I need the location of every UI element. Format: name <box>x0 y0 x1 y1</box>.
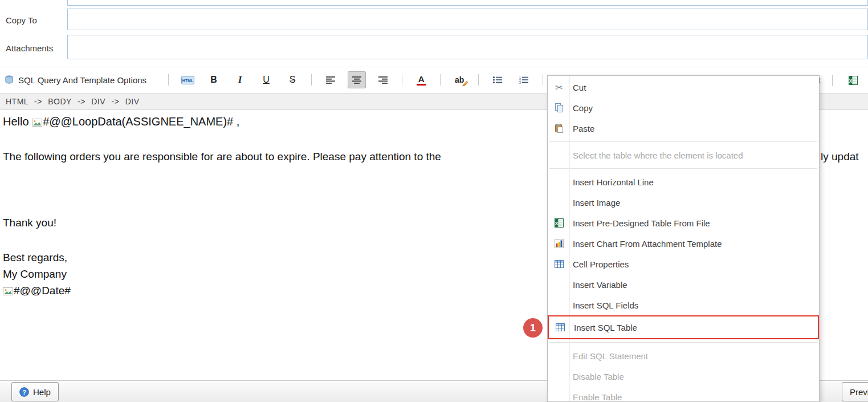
editor-context-menu: ✂CutCopyPasteSelect the table where the … <box>547 75 820 402</box>
toolbar-separator <box>402 74 402 86</box>
copy-to-label: Copy To <box>6 15 37 25</box>
menu-item-insert-variable[interactable]: Insert Variable <box>548 274 819 295</box>
table-icon <box>549 323 572 331</box>
menu-item-select-the-table-where-the-element-is-located: Select the table where the element is lo… <box>548 145 819 165</box>
signature-line-2: My Company <box>3 266 71 282</box>
excel-icon: X <box>849 76 858 85</box>
menu-item-label: Insert Variable <box>570 280 627 290</box>
date-line: #@@Date# <box>3 282 71 299</box>
toolbar-separator <box>311 74 312 86</box>
align-left-icon <box>325 76 336 84</box>
menu-separator <box>549 141 817 142</box>
help-icon: ? <box>19 387 29 397</box>
font-color-letter: A <box>418 75 425 83</box>
signature-block[interactable]: Best regards, My Company #@@Date# <box>3 249 71 299</box>
menu-item-insert-sql-fields[interactable]: Insert SQL Fields <box>548 295 819 315</box>
unordered-list-icon <box>492 76 503 84</box>
html-source-icon: HTML <box>181 76 194 84</box>
italic-button[interactable]: I <box>231 71 249 88</box>
menu-item-paste[interactable]: Paste <box>548 118 819 139</box>
font-color-button[interactable]: A <box>412 71 430 88</box>
excel-icon: X <box>548 218 570 228</box>
menu-item-insert-sql-table[interactable]: Insert SQL Table <box>548 315 819 339</box>
menu-item-label: Insert Horizontal Line <box>570 177 654 187</box>
strikethrough-button[interactable]: S <box>283 71 301 88</box>
menu-item-edit-sql-statement: Edit SQL Statement <box>548 346 819 366</box>
menu-item-insert-chart-from-attachment-template[interactable]: Insert Chart From Attachment Template <box>548 233 819 254</box>
menu-item-disable-table: Disable Table <box>548 366 819 387</box>
menu-item-cell-properties[interactable]: Cell Properties <box>548 254 819 274</box>
svg-text:X: X <box>555 221 558 226</box>
sql-query-template-options-toggle[interactable]: SQL Query And Template Options <box>18 75 146 85</box>
align-right-button[interactable] <box>374 71 392 88</box>
toolbar-separator <box>543 74 543 86</box>
toolbar-separator <box>168 74 169 86</box>
broken-image-icon <box>32 119 42 127</box>
font-color-bar <box>417 84 426 86</box>
align-left-button[interactable] <box>321 71 340 88</box>
menu-item-label: Insert Chart From Attachment Template <box>570 239 722 249</box>
preview-button[interactable]: Preview <box>842 382 868 401</box>
menu-item-label: Copy <box>570 103 593 113</box>
toolbar-separator <box>478 74 479 86</box>
assignee-token: #@@LoopData(ASSIGNEE_NAME)# , <box>43 115 239 128</box>
menu-separator <box>549 168 817 169</box>
align-right-icon <box>378 76 388 84</box>
menu-item-label: Edit SQL Statement <box>570 351 648 361</box>
broken-image-icon <box>3 287 13 295</box>
html-source-button[interactable]: HTML <box>178 71 197 88</box>
svg-text:HTML: HTML <box>182 78 193 82</box>
greeting-line[interactable]: Hello #@@LoopData(ASSIGNEE_NAME)# , <box>3 115 239 128</box>
toolbar-separator <box>440 74 441 86</box>
bold-button[interactable]: B <box>205 71 223 88</box>
svg-text:X: X <box>849 78 853 83</box>
highlight-pencil-icon <box>462 80 468 86</box>
insert-excel-table-button[interactable]: X <box>844 72 862 89</box>
email-template-editor: Copy To Attachments SQL Query And Templa… <box>0 0 868 402</box>
toolbar-separator <box>832 75 833 86</box>
menu-item-insert-horizontal-line[interactable]: Insert Horizontal Line <box>548 172 819 192</box>
unordered-list-button[interactable] <box>488 71 507 88</box>
menu-item-label: Insert SQL Table <box>572 323 637 332</box>
attachments-label: Attachments <box>6 43 53 53</box>
body-paragraph[interactable]: The following orders you are responsible… <box>3 151 441 163</box>
attachments-input[interactable] <box>67 35 868 59</box>
menu-item-label: Cell Properties <box>570 259 629 269</box>
paste-icon <box>548 124 570 133</box>
menu-item-label: Paste <box>570 124 594 133</box>
help-button-label: Help <box>33 387 51 397</box>
table-icon <box>548 260 570 268</box>
ordered-list-button[interactable]: 123 <box>515 71 533 88</box>
menu-separator <box>549 342 817 343</box>
sql-template-options-icon <box>5 75 14 84</box>
align-center-button[interactable] <box>348 71 366 88</box>
align-center-icon <box>352 76 362 84</box>
ordered-list-icon: 123 <box>519 76 529 84</box>
top-field-input[interactable] <box>67 0 868 6</box>
svg-text:3: 3 <box>519 81 521 84</box>
copy-icon <box>548 103 570 112</box>
toolbar-right-partial: t X <box>818 67 862 93</box>
menu-item-cut[interactable]: ✂Cut <box>548 77 819 98</box>
greeting-text: Hello <box>3 115 32 128</box>
chart-icon <box>548 239 570 248</box>
menu-item-label: Insert Pre-Designed Table From File <box>570 218 710 228</box>
menu-item-label: Enable Table <box>570 392 622 402</box>
copy-to-input[interactable] <box>67 9 868 30</box>
menu-item-label: Insert SQL Fields <box>570 301 638 310</box>
help-button[interactable]: ? Help <box>11 382 59 401</box>
menu-item-copy[interactable]: Copy <box>548 98 819 118</box>
menu-item-insert-image[interactable]: Insert Image <box>548 192 819 213</box>
svg-text:?: ? <box>22 388 26 395</box>
menu-item-label: Select the table where the element is lo… <box>570 151 743 160</box>
menu-item-insert-pre-designed-table-from-file[interactable]: XInsert Pre-Designed Table From File <box>548 213 819 233</box>
menu-item-label: Insert Image <box>570 198 620 208</box>
date-token: #@@Date# <box>14 285 71 297</box>
scissors-icon: ✂ <box>548 82 570 93</box>
thank-you-line[interactable]: Thank you! <box>3 217 56 229</box>
body-paragraph-right-fragment[interactable]: ly updat <box>821 151 859 163</box>
signature-line-1: Best regards, <box>3 249 71 266</box>
menu-item-enable-table: Enable Table <box>548 387 819 402</box>
underline-button[interactable]: U <box>257 71 275 88</box>
highlight-button[interactable]: ab <box>450 71 468 88</box>
